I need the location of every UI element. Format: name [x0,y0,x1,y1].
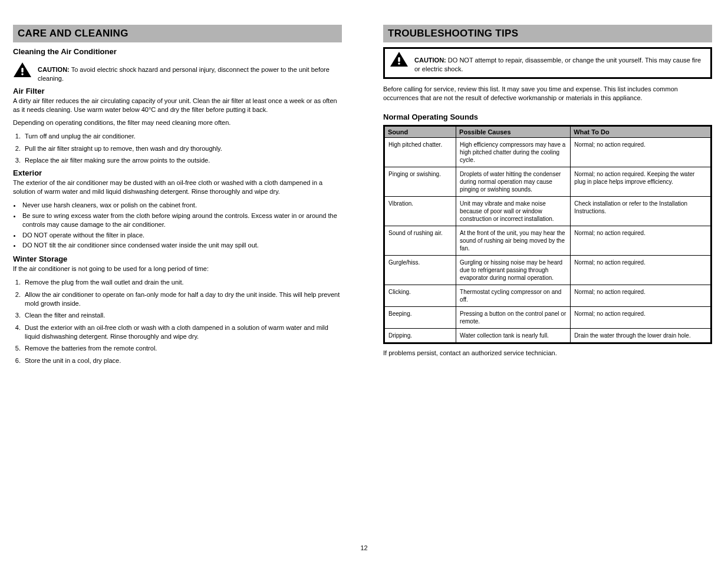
list-item: Turn off and unplug the air conditioner. [22,132,342,141]
caution-text-left: CAUTION: To avoid electric shock hazard … [38,62,342,83]
table-cell: Normal; no action required. [571,285,711,307]
table-cell: Vibration. [384,197,456,226]
exterior-bullets: Never use harsh cleaners, wax or polish … [13,201,342,250]
table-cell: Normal; no action required. [571,256,711,285]
table-cell: Normal; no action required. Keeping the … [571,167,711,197]
exterior-heading: Exterior [13,168,342,177]
table-cell: Thermostat cycling compressor on and off… [456,285,571,307]
svg-point-1 [21,73,24,75]
table-title: Normal Operating Sounds [383,113,712,121]
table-cell: Normal; no action required. [571,307,711,329]
intro-heading: Cleaning the Air Conditioner [13,47,342,56]
table-cell: Gurgle/hiss. [384,256,456,285]
svg-rect-0 [21,68,23,72]
filter-p2: Depending on operating conditions, the f… [13,118,342,127]
table-header: Possible Causes [456,126,571,138]
list-item: Be sure to wring excess water from the c… [21,211,342,229]
table-cell: Clicking. [384,285,456,307]
filter-heading: Air Filter [13,87,342,95]
left-section-banner: CARE AND CLEANING [13,25,342,42]
table-cell: Pressing a button on the control panel o… [456,307,571,329]
list-item: DO NOT tilt the air conditioner since co… [21,241,342,250]
list-item: Remove the batteries from the remote con… [22,344,342,353]
table-row: Sound of rushing air.At the front of the… [384,226,711,256]
troubleshooting-table: Sound Possible Causes What To Do High pi… [383,125,712,344]
table-cell: High pitched chatter. [384,138,456,167]
table-cell: Water collection tank is nearly full. [456,329,571,343]
warning-icon [390,51,409,70]
svg-point-3 [398,62,400,65]
list-item: DO NOT operate without the filter in pla… [21,231,342,240]
table-cell: Sound of rushing air. [384,226,456,256]
right-section-banner: TROUBLESHOOTING TIPS [383,25,712,42]
table-row: Beeping.Pressing a button on the control… [384,307,711,329]
table-cell: At the front of the unit, you may hear t… [456,226,571,256]
table-header: Sound [384,126,456,138]
list-item: Store the unit in a cool, dry place. [22,356,342,365]
list-item: Replace the air filter making sure the a… [22,156,342,165]
table-row: High pitched chatter.High efficiency com… [384,138,711,167]
warning-icon [13,62,32,81]
list-item: Dust the exterior with an oil-free cloth… [22,323,342,342]
table-cell: Check installation or refer to the Insta… [571,197,711,226]
caution-text-right: CAUTION: DO NOT attempt to repair, disas… [414,51,706,74]
table-cell: Droplets of water hitting the condenser … [456,167,571,197]
table-cell: Beeping. [384,307,456,329]
table-row: Gurgle/hiss.Gurgling or hissing noise ma… [384,256,711,285]
page-number: 12 [360,544,367,551]
filter-p1: A dirty air filter reduces the air circu… [13,97,342,114]
table-cell: Normal; no action required. [571,138,711,167]
table-cell: Dripping. [384,329,456,343]
table-cell: Pinging or swishing. [384,167,456,197]
storage-heading: Winter Storage [13,254,342,263]
table-cell: Unit may vibrate and make noise because … [456,197,571,226]
svg-rect-2 [398,57,400,62]
table-row: Pinging or swishing.Droplets of water hi… [384,167,711,197]
caution-box-right: CAUTION: DO NOT attempt to repair, disas… [383,47,712,79]
table-row: Dripping.Water collection tank is nearly… [384,329,711,343]
table-cell: High efficiency compressors may have a h… [456,138,571,167]
list-item: Remove the plug from the wall outlet and… [22,278,342,287]
filter-steps: Turn off and unplug the air conditioner.… [13,132,342,165]
storage-p: If the air conditioner is not going to b… [13,265,342,273]
table-row: Clicking.Thermostat cycling compressor o… [384,285,711,307]
ts-note: If problems persist, contact an authoriz… [383,349,712,358]
table-cell: Normal; no action required. [571,226,711,256]
list-item: Allow the air conditioner to operate on … [22,290,342,309]
list-item: Clean the filter and reinstall. [22,311,342,320]
exterior-p: The exterior of the air conditioner may … [13,178,342,196]
table-cell: Gurgling or hissing noise may be heard d… [456,256,571,285]
ts-intro: Before calling for service, review this … [383,85,712,103]
storage-steps: Remove the plug from the wall outlet and… [13,278,342,365]
caution-block-left: CAUTION: To avoid electric shock hazard … [13,62,342,83]
table-cell: Drain the water through the lower drain … [571,329,711,343]
table-header: What To Do [571,126,711,138]
list-item: Pull the air filter straight up to remov… [22,144,342,153]
table-row: Vibration.Unit may vibrate and make nois… [384,197,711,226]
list-item: Never use harsh cleaners, wax or polish … [21,201,342,210]
